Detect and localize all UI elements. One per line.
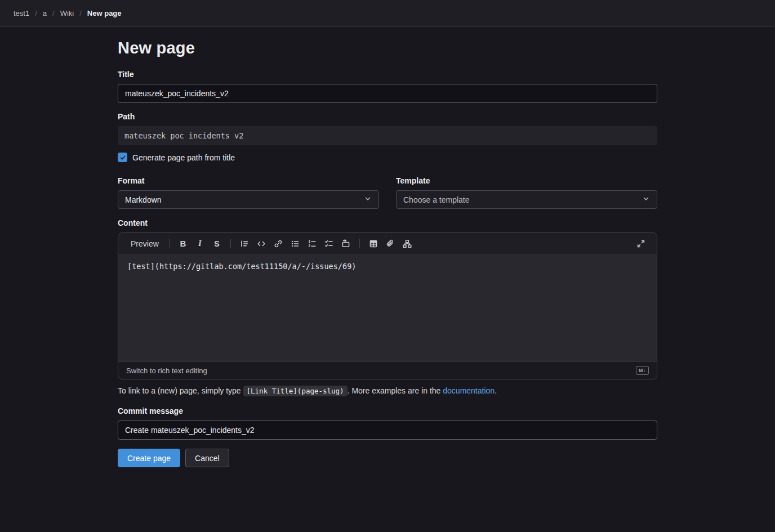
breadcrumb-item-group[interactable]: test1 bbox=[14, 9, 29, 17]
top-bar: test1 / a / Wiki / New page bbox=[0, 0, 775, 27]
table-button[interactable] bbox=[366, 236, 381, 252]
wiki-link-help-text: To link to a (new) page, simply type [Li… bbox=[118, 385, 657, 397]
ordered-list-button[interactable]: 12 bbox=[304, 236, 320, 252]
ordered-list-icon: 12 bbox=[308, 239, 317, 248]
preview-button[interactable]: Preview bbox=[126, 236, 163, 251]
bullet-list-icon bbox=[291, 239, 300, 248]
create-page-button[interactable]: Create page bbox=[118, 449, 180, 467]
content-group: Content Preview B I S bbox=[118, 218, 657, 397]
link-icon bbox=[274, 239, 283, 248]
format-label: Format bbox=[118, 176, 379, 185]
help-middle: . More examples are in the bbox=[348, 386, 443, 395]
format-group: Format Markdown bbox=[118, 176, 379, 209]
documentation-link[interactable]: documentation bbox=[443, 386, 495, 395]
commit-message-group: Commit message bbox=[118, 406, 657, 440]
format-select[interactable]: Markdown bbox=[118, 190, 379, 209]
title-group: Title bbox=[118, 70, 657, 103]
breadcrumb-item-wiki[interactable]: Wiki bbox=[60, 9, 74, 17]
path-group: Path bbox=[118, 112, 657, 145]
format-template-row: Format Markdown Template Choose a templa… bbox=[118, 176, 657, 209]
fullscreen-button[interactable] bbox=[633, 236, 649, 252]
template-select[interactable]: Choose a template bbox=[396, 190, 657, 209]
path-input bbox=[118, 126, 657, 145]
content-textarea[interactable]: [test](https://gitlab.com/test11150/a/-/… bbox=[118, 254, 657, 361]
quote-icon bbox=[240, 239, 249, 248]
svg-text:1: 1 bbox=[308, 239, 310, 243]
title-label: Title bbox=[118, 70, 657, 79]
markdown-editor: Preview B I S 12 bbox=[118, 233, 657, 379]
code-icon bbox=[257, 239, 266, 248]
breadcrumb-separator: / bbox=[79, 9, 82, 17]
italic-icon: I bbox=[198, 239, 202, 248]
switch-to-rich-text-button[interactable]: Switch to rich text editing bbox=[126, 366, 207, 375]
collapsible-section-icon bbox=[341, 239, 350, 248]
template-group: Template Choose a template bbox=[396, 176, 657, 209]
table-icon bbox=[369, 239, 378, 248]
cancel-button[interactable]: Cancel bbox=[185, 449, 229, 467]
checkbox-checked-icon bbox=[118, 153, 127, 162]
quote-button[interactable] bbox=[237, 236, 252, 252]
form-actions: Create page Cancel bbox=[118, 449, 657, 467]
toolbar-divider bbox=[359, 239, 360, 248]
collapsible-section-button[interactable] bbox=[338, 236, 354, 252]
commit-message-label: Commit message bbox=[118, 406, 657, 415]
attach-file-button[interactable] bbox=[382, 236, 398, 252]
breadcrumb-item-project[interactable]: a bbox=[43, 9, 47, 17]
content-label: Content bbox=[118, 218, 657, 227]
chevron-down-icon bbox=[364, 195, 372, 204]
editor-body: [test](https://gitlab.com/test11150/a/-/… bbox=[118, 254, 657, 361]
italic-button[interactable]: I bbox=[192, 236, 208, 252]
breadcrumb-separator: / bbox=[35, 9, 37, 17]
diagram-icon bbox=[403, 239, 412, 248]
task-list-icon bbox=[324, 239, 333, 248]
editor-toolbar: Preview B I S 12 bbox=[118, 233, 657, 254]
chevron-down-icon bbox=[642, 195, 650, 204]
link-syntax-code-chip: [Link Title](page-slug) bbox=[243, 386, 348, 396]
help-suffix: . bbox=[495, 386, 497, 395]
strikethrough-button[interactable]: S bbox=[209, 236, 225, 252]
bold-icon: B bbox=[180, 239, 186, 248]
task-list-button[interactable] bbox=[321, 236, 337, 252]
bullet-list-button[interactable] bbox=[287, 236, 303, 252]
template-label: Template bbox=[396, 176, 657, 185]
toolbar-divider bbox=[169, 239, 170, 248]
bold-button[interactable]: B bbox=[175, 236, 191, 252]
svg-text:2: 2 bbox=[308, 244, 310, 248]
new-wiki-page-form: New page Title Path Generate page path f… bbox=[118, 27, 657, 467]
page-title: New page bbox=[118, 39, 657, 57]
format-select-value: Markdown bbox=[125, 195, 162, 204]
commit-message-input[interactable] bbox=[118, 421, 657, 440]
path-label: Path bbox=[118, 112, 657, 121]
title-input[interactable] bbox=[118, 84, 657, 103]
strikethrough-icon: S bbox=[214, 239, 219, 248]
toolbar-divider bbox=[230, 239, 231, 248]
generate-path-label: Generate page path from title bbox=[132, 153, 235, 162]
template-select-value: Choose a template bbox=[403, 195, 470, 204]
generate-path-checkbox-row[interactable]: Generate page path from title bbox=[118, 153, 657, 162]
breadcrumb-current-page: New page bbox=[87, 9, 122, 17]
fullscreen-icon bbox=[636, 239, 645, 248]
breadcrumb: test1 / a / Wiki / New page bbox=[14, 9, 122, 17]
diagram-button[interactable] bbox=[399, 236, 415, 252]
markdown-badge-icon[interactable]: M↓ bbox=[636, 366, 649, 375]
help-prefix: To link to a (new) page, simply type bbox=[118, 386, 243, 395]
editor-footer: Switch to rich text editing M↓ bbox=[118, 361, 657, 379]
breadcrumb-separator: / bbox=[52, 9, 55, 17]
paperclip-icon bbox=[386, 239, 395, 248]
code-button[interactable] bbox=[253, 236, 269, 252]
link-button[interactable] bbox=[270, 236, 286, 252]
